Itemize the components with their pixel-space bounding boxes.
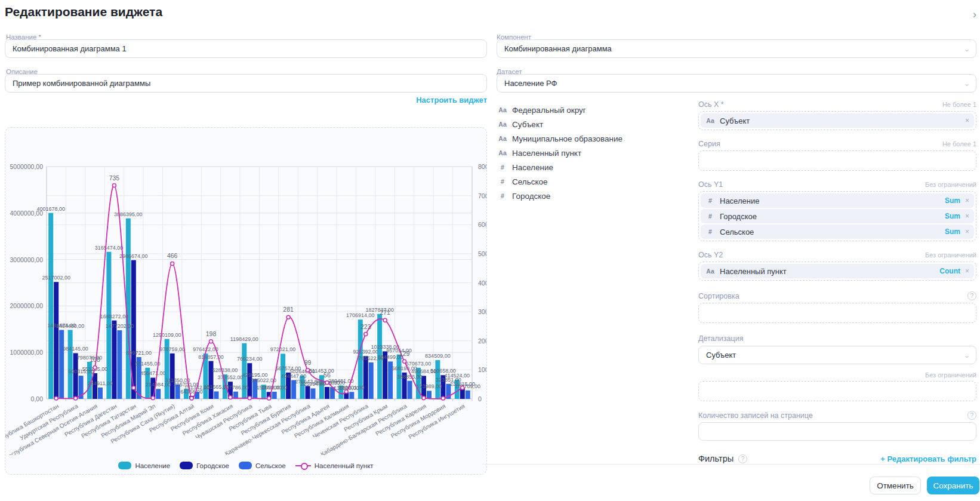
svg-text:800: 800	[478, 163, 486, 170]
page-size-input[interactable]	[698, 422, 976, 441]
svg-text:984145,00: 984145,00	[63, 346, 88, 352]
series-dropzone[interactable]	[698, 150, 976, 171]
dataset-select[interactable]: Население РФ ⌄	[497, 74, 976, 93]
svg-text:456471,00: 456471,00	[140, 370, 166, 376]
legend-label: Сельское	[255, 462, 286, 469]
number-field-icon: #	[498, 164, 507, 171]
chevron-down-icon: ⌄	[964, 79, 970, 88]
aggregation-selector[interactable]: Count	[939, 267, 960, 275]
svg-text:4001678,00: 4001678,00	[36, 206, 65, 212]
dataset-field-item[interactable]: # Городское	[498, 190, 689, 202]
component-select[interactable]: Комбинированная диаграмма ⌄	[497, 39, 976, 58]
svg-text:600: 600	[478, 221, 486, 228]
svg-text:404447,00: 404447,00	[281, 373, 307, 379]
svg-text:671455,00: 671455,00	[135, 361, 161, 367]
svg-text:129: 129	[399, 350, 410, 357]
dataset-field-item[interactable]: # Население	[498, 161, 689, 173]
text-field-icon: Аа	[498, 121, 507, 128]
legend-label: Городское	[196, 462, 229, 469]
svg-text:769234,00: 769234,00	[237, 356, 263, 362]
aggregation-selector[interactable]: Sum	[945, 212, 960, 220]
svg-text:1023338,00: 1023338,00	[371, 344, 399, 350]
number-field-icon: #	[705, 228, 715, 235]
legend-label: Население	[135, 462, 170, 469]
svg-text:100: 100	[478, 366, 486, 373]
svg-text:978759,00: 978759,00	[159, 346, 185, 352]
svg-text:528338,00: 528338,00	[212, 367, 238, 373]
axis-y1-chip[interactable]: # Население Sum ×	[701, 193, 974, 208]
svg-text:281: 281	[283, 306, 294, 313]
svg-text:300: 300	[478, 308, 486, 315]
page-size-header: Количество записей на странице ?	[698, 411, 976, 420]
dataset-field-list: Аа Федеральный округ Аа Субъект Аа Муниц…	[498, 104, 689, 202]
close-icon[interactable]: ×	[965, 196, 969, 205]
svg-text:200: 200	[478, 337, 486, 345]
dataset-field-item[interactable]: Аа Субъект	[498, 118, 689, 130]
svg-text:323851,00: 323851,00	[436, 377, 461, 383]
axis-y1-chip[interactable]: # Городское Sum ×	[701, 209, 974, 223]
svg-text:814857,00: 814857,00	[198, 354, 224, 360]
text-field-icon: Аа	[498, 149, 507, 156]
svg-text:1290109,00: 1290109,00	[153, 332, 181, 338]
svg-text:510658,00: 510658,00	[430, 368, 456, 374]
axis-y2-chip[interactable]: Аа Населенный пункт Count ×	[701, 264, 974, 278]
axis-y1-chip[interactable]: # Сельское Sum ×	[701, 225, 974, 239]
axis-x-header: Ось X * Не более 1	[698, 100, 976, 109]
axis-x-chip[interactable]: Аа Субъект ×	[701, 113, 974, 128]
svg-text:388855,00: 388855,00	[397, 374, 423, 380]
legend-swatch	[180, 462, 193, 469]
cancel-button[interactable]: Отменить	[870, 477, 921, 494]
close-icon[interactable]: ×	[965, 267, 969, 275]
svg-text:182709,00: 182709,00	[455, 383, 481, 389]
aggregation-selector[interactable]: Sum	[945, 196, 960, 205]
aggregation-selector[interactable]: Sum	[945, 228, 960, 236]
dataset-field-item[interactable]: Аа Населенный пункт	[498, 147, 689, 159]
number-field-icon: #	[705, 213, 715, 220]
svg-text:3886395,00: 3886395,00	[114, 211, 143, 217]
description-input[interactable]	[5, 74, 487, 93]
number-field-icon: #	[498, 178, 507, 185]
svg-text:972021,00: 972021,00	[270, 346, 296, 352]
axis-y1-dropzone[interactable]: # Население Sum × # Городское Sum × # Се…	[698, 191, 976, 241]
svg-text:223: 223	[360, 323, 371, 330]
question-icon[interactable]: ?	[967, 291, 976, 300]
edit-filter-link[interactable]: + Редактировать фильтр	[880, 454, 976, 463]
question-icon[interactable]: ?	[738, 454, 747, 463]
svg-text:1706914,00: 1706914,00	[346, 312, 375, 318]
svg-text:1484676,00: 1484676,00	[47, 322, 76, 328]
detail-select[interactable]: Субъект ⌄	[698, 346, 976, 364]
close-icon[interactable]: ×	[965, 228, 969, 236]
collapse-panel-icon[interactable]: ›	[973, 8, 976, 21]
svg-text:500: 500	[478, 250, 486, 257]
dataset-field-item[interactable]: # Сельское	[498, 176, 689, 188]
chart-legend: НаселениеГородскоеСельскоеНаселенный пун…	[5, 462, 486, 469]
svg-text:2517002,00: 2517002,00	[42, 275, 70, 281]
legend-item[interactable]: Население	[118, 462, 170, 469]
svg-text:56: 56	[323, 371, 331, 379]
question-icon[interactable]: ?	[967, 411, 976, 420]
legend-line-marker	[295, 462, 311, 469]
dataset-field-item[interactable]: Аа Федеральный округ	[498, 104, 689, 116]
axis-y2-dropzone[interactable]: Аа Населенный пункт Count ×	[698, 262, 976, 281]
sorting-dropzone[interactable]	[698, 303, 976, 323]
configure-widget-link[interactable]: Настроить виджет	[416, 96, 487, 104]
svg-text:5000000,00: 5000000,00	[10, 163, 44, 170]
svg-text:173989,00: 173989,00	[417, 383, 442, 389]
axis-x-dropzone[interactable]: Аа Субъект ×	[698, 111, 976, 130]
close-icon[interactable]: ×	[965, 212, 969, 220]
chevron-down-icon: ⌄	[964, 45, 970, 53]
chart-preview-panel: 0,001000000,002000000,003000000,00400000…	[5, 127, 487, 475]
extra-dropzone[interactable]	[698, 381, 976, 401]
close-icon[interactable]: ×	[965, 116, 969, 125]
svg-text:1477202,00: 1477202,00	[106, 323, 134, 329]
legend-swatch	[118, 462, 131, 469]
svg-text:2986674,00: 2986674,00	[119, 253, 148, 259]
name-input[interactable]	[5, 39, 487, 58]
legend-item[interactable]: Городское	[180, 462, 229, 469]
svg-text:400: 400	[478, 279, 486, 287]
dataset-field-item[interactable]: Аа Муниципальное образование	[498, 133, 689, 145]
combo-chart: 0,001000000,002000000,003000000,00400000…	[5, 128, 486, 455]
save-button[interactable]: Сохранить	[927, 477, 979, 494]
legend-item[interactable]: Населенный пункт	[295, 462, 374, 469]
legend-item[interactable]: Сельское	[239, 462, 286, 469]
